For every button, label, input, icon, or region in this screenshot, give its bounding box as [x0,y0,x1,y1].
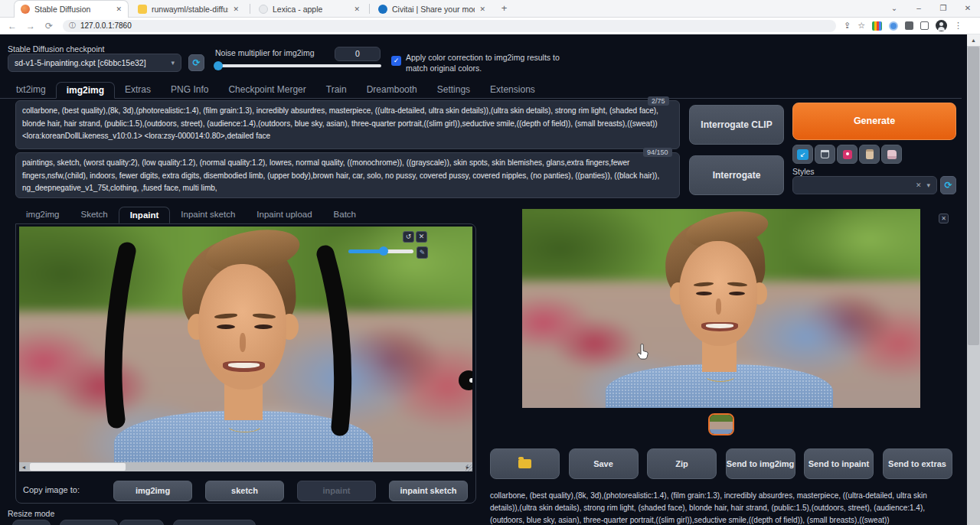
clear-icon[interactable]: ✕ [916,181,922,189]
checkpoint-label: Stable Diffusion checkpoint [8,44,104,54]
interrogate-clip-button[interactable]: Interrogate CLIP [689,105,784,145]
page-vertical-scrollbar[interactable]: ▲ [967,34,980,525]
tab-txt2img[interactable]: txt2img [6,82,56,98]
browser-tab-stable-diffusion[interactable]: Stable Diffusion ✕ [14,0,129,18]
interrogate-deepbooru-button[interactable]: Interrogate DeepBooru [689,155,784,195]
send-to-extras-button[interactable]: Send to extras [883,448,952,479]
save-style-button[interactable] [881,145,902,164]
clear-prompt-button[interactable] [815,145,835,164]
tab-checkpoint-merger[interactable]: Checkpoint Merger [218,82,315,98]
color-correction-checkbox[interactable]: ✓ [391,56,401,66]
back-icon[interactable]: ← [3,21,21,31]
resize-mode-option[interactable] [119,520,164,525]
canvas-undo-button[interactable]: ↺ [403,231,414,243]
person-eye [729,292,745,295]
resize-mode-option[interactable] [12,520,51,525]
result-close-button[interactable]: ✕ [939,214,949,223]
url-text: 127.0.0.1:7860 [80,21,132,30]
apply-styles-button[interactable] [859,145,880,164]
noise-multiplier-value[interactable]: 0 [335,47,381,61]
canvas-clear-button[interactable]: ✕ [416,231,427,243]
tab-extras[interactable]: Extras [115,82,161,98]
resize-mode-option[interactable] [173,520,256,525]
paste-generation-params-button[interactable]: ↙ [792,145,813,164]
scroll-left-icon[interactable]: ◂ [19,464,28,471]
subtab-inpaint-sketch[interactable]: Inpaint sketch [170,207,246,223]
canvas-horizontal-scrollbar[interactable]: ◂ ▸ [19,462,472,471]
extension-film-icon[interactable] [872,21,882,31]
gallery-thumbnail[interactable] [708,413,734,435]
brush-size-handle[interactable] [379,246,388,256]
subtab-batch[interactable]: Batch [323,207,367,223]
checkpoint-dropdown[interactable]: sd-v1-5-inpainting.ckpt [c6bbc15e32] ▾ [8,54,181,72]
scrollbar-thumb[interactable] [30,463,126,471]
profile-avatar[interactable] [936,20,947,31]
browser-toolbar: ← → ⟳ ⓘ 127.0.0.1:7860 ⇪ ☆ ⋮ [0,18,980,34]
brush-tool-button[interactable]: ✎ [416,246,428,259]
subtab-inpaint[interactable]: Inpaint [119,207,171,223]
browser-tab-civitai[interactable]: Civitai | Share your models ✕ [372,0,492,18]
tab-separator [369,4,370,14]
tab-close-icon[interactable]: ✕ [233,5,239,13]
window-restore-icon[interactable]: ❐ [931,0,956,18]
copy-to-inpaint-sketch-button[interactable]: inpaint sketch [389,481,468,501]
noise-multiplier-label: Noise multiplier for img2img [215,48,315,57]
tab-png-info[interactable]: PNG Info [161,82,218,98]
prompt-input[interactable]: collarbone, (best quality),(8k, 3d),(pho… [15,100,680,149]
send-to-img2img-button[interactable]: Send to img2img [726,448,795,479]
copy-to-img2img-button[interactable]: img2img [113,481,192,501]
bookmark-star-icon[interactable]: ☆ [858,21,865,31]
subtab-sketch[interactable]: Sketch [70,207,118,223]
browser-menu-icon[interactable]: ⋮ [954,21,962,31]
share-icon[interactable]: ⇪ [844,21,851,31]
new-tab-button[interactable]: + [498,2,511,15]
tab-close-icon[interactable]: ✕ [479,5,485,13]
address-bar[interactable]: ⓘ 127.0.0.1:7860 [63,20,836,32]
window-minimize-icon[interactable]: – [906,0,931,18]
tab-extensions[interactable]: Extensions [480,82,545,98]
extension-blue-icon[interactable] [889,21,898,31]
extensions-puzzle-icon[interactable] [905,21,913,30]
generate-button[interactable]: Generate [792,103,956,140]
tab-dreambooth[interactable]: Dreambooth [357,82,427,98]
canvas-resize-grip[interactable] [466,465,472,471]
generated-image [522,209,920,408]
resize-mode-option[interactable] [60,520,118,525]
send-to-inpaint-button[interactable]: Send to inpaint [804,448,874,479]
window-chevron-icon[interactable]: ⌄ [882,0,906,18]
extra-networks-button[interactable] [837,145,858,164]
styles-dropdown[interactable]: ✕ ▾ [792,176,937,194]
browser-tab-lexica[interactable]: Lexica - apple ✕ [253,0,366,18]
tab-img2img[interactable]: img2img [56,82,115,99]
forward-icon[interactable]: → [21,21,40,31]
tab-close-icon[interactable]: ✕ [116,5,122,13]
window-close-icon[interactable]: ✕ [956,0,980,18]
save-button[interactable]: Save [569,448,639,479]
noise-multiplier-slider[interactable] [215,64,381,67]
tab-settings[interactable]: Settings [427,82,480,98]
result-image[interactable] [522,209,920,408]
sidebar-panel-icon[interactable] [920,21,929,30]
folder-icon [518,459,531,468]
tab-close-icon[interactable]: ✕ [354,5,360,13]
copy-to-sketch-button[interactable]: sketch [205,481,284,501]
subtab-inpaint-upload[interactable]: Inpaint upload [246,207,322,223]
checkpoint-refresh-button[interactable]: ⟳ [188,54,204,71]
inpaint-canvas[interactable]: ↺ ✕ ✎ [19,227,472,463]
tab-train[interactable]: Train [316,82,357,98]
scroll-up-icon[interactable]: ▲ [967,34,980,46]
open-folder-button[interactable] [490,448,560,479]
browser-tab-runwayml[interactable]: runwayml/stable-diffusion-inpa ✕ [132,0,245,18]
browser-tab-strip: Stable Diffusion ✕ runwayml/stable-diffu… [0,0,980,18]
subtab-img2img[interactable]: img2img [15,207,70,223]
chevron-down-icon: ▾ [171,59,175,67]
scrollbar-thumb[interactable] [968,47,979,345]
reload-icon[interactable]: ⟳ [40,21,58,31]
styles-refresh-button[interactable]: ⟳ [940,176,956,194]
negative-prompt-input[interactable]: paintings, sketch, (worst quality:2), (l… [15,152,680,198]
person-nose [716,298,721,315]
site-info-icon[interactable]: ⓘ [69,21,76,31]
person-eye [696,292,712,295]
noise-slider-handle[interactable] [214,61,223,70]
zip-button[interactable]: Zip [647,448,717,479]
